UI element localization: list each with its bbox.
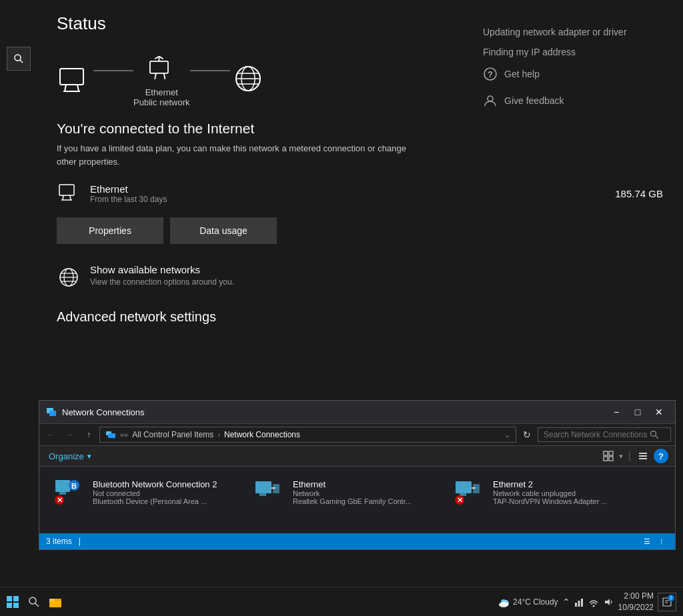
svg-line-1 [20, 60, 23, 63]
time-display: 2:00 PM [618, 591, 654, 602]
svg-rect-40 [639, 455, 647, 457]
svg-line-13 [155, 57, 159, 59]
svg-rect-50 [273, 484, 279, 493]
file-status-ethernet: Network [293, 489, 444, 497]
close-button[interactable]: ✕ [650, 405, 668, 419]
properties-button[interactable]: Properties [57, 217, 163, 244]
svg-line-34 [656, 436, 658, 439]
taskbar-right: 24°C Cloudy ⌃ 2:00 PM 10/9/2022 [498, 591, 680, 613]
file-details-ethernet2: Ethernet 2 Network cable unplugged TAP-N… [493, 479, 644, 505]
volume-tray-icon[interactable] [602, 596, 614, 608]
file-icon-wrap-ethernet2: ✕ [454, 479, 486, 505]
show-networks-option[interactable]: Show available networks View the connect… [57, 264, 663, 289]
weather-icon [498, 596, 510, 608]
file-name-ethernet: Ethernet [293, 479, 444, 489]
svg-point-62 [29, 597, 36, 604]
svg-line-22 [70, 195, 71, 200]
file-icon-wrap: B ✕ [54, 479, 86, 505]
search-input[interactable] [544, 430, 647, 439]
sidebar-search-button[interactable] [7, 47, 31, 71]
weather-widget[interactable]: 24°C Cloudy [498, 596, 558, 608]
network-icon-ethernet [254, 479, 281, 500]
svg-rect-20 [59, 185, 74, 195]
svg-rect-37 [604, 457, 608, 461]
file-device-ethernet2: TAP-NordVPN Windows Adapter ... [493, 497, 644, 505]
status-view-buttons: ☰ ⁝ [640, 535, 668, 547]
sidebar [0, 0, 37, 587]
help-button[interactable]: ? [654, 449, 668, 463]
organize-button[interactable]: Organize ▼ [46, 450, 95, 463]
datetime-display[interactable]: 2:00 PM 10/9/2022 [618, 591, 654, 613]
minimize-button[interactable]: − [607, 405, 626, 419]
refresh-button[interactable]: ↻ [519, 427, 535, 442]
svg-marker-74 [605, 599, 610, 605]
svg-rect-71 [578, 601, 580, 607]
svg-line-7 [77, 85, 79, 91]
line2 [190, 70, 230, 71]
forward-button[interactable]: → [62, 427, 78, 442]
view-separator: | [628, 450, 631, 462]
ethernet-name-text: Ethernet [90, 183, 606, 195]
svg-rect-54 [473, 484, 480, 493]
show-networks-desc: View the connection options around you. [90, 277, 234, 287]
notification-button[interactable]: 2 [658, 593, 676, 611]
list-item[interactable]: ✕ Ethernet 2 Network cable unplugged TAP… [449, 475, 649, 509]
path-chevron[interactable]: ⌄ [504, 431, 510, 439]
date-display: 10/9/2022 [618, 602, 654, 613]
ethernet-row-icon [57, 181, 81, 205]
items-count: 3 items [46, 537, 72, 546]
window-controls: − □ ✕ [607, 405, 668, 419]
file-details-ethernet: Ethernet Network Realtek Gaming GbE Fami… [293, 479, 444, 505]
path-arrow1: › [217, 431, 220, 439]
organize-chevron: ▼ [86, 453, 93, 460]
path-item1: All Control Panel Items [132, 430, 213, 439]
file-explorer-button[interactable] [45, 592, 65, 612]
search-box[interactable] [538, 427, 671, 442]
line1 [93, 70, 133, 71]
path-icon [105, 429, 116, 440]
data-usage-button[interactable]: Data usage [170, 217, 277, 244]
svg-point-73 [592, 605, 594, 607]
path-separator1: «« [120, 431, 128, 439]
search-icon [650, 430, 659, 439]
show-networks-title: Show available networks [90, 264, 234, 275]
tray-chevron[interactable]: ⌃ [562, 597, 570, 607]
file-details-bluetooth: Bluetooth Network Connection 2 Not conne… [93, 479, 243, 505]
view-options-button[interactable] [600, 449, 616, 463]
window-titlebar: Network Connections − □ ✕ [39, 401, 675, 424]
notification-badge: 2 [668, 595, 674, 601]
start-button[interactable] [3, 592, 23, 612]
list-item[interactable]: B ✕ Bluetooth Network Connection 2 Not c… [49, 475, 249, 509]
svg-rect-41 [639, 458, 647, 459]
file-status-ethernet2: Network cable unplugged [493, 489, 644, 497]
maximize-button[interactable]: □ [628, 405, 647, 419]
up-button[interactable]: ↑ [81, 427, 97, 442]
svg-rect-38 [609, 457, 613, 461]
list-view-button[interactable]: ☰ [640, 535, 654, 547]
svg-point-33 [651, 431, 656, 437]
details-view-button[interactable] [635, 449, 651, 463]
action-buttons: Properties Data usage [57, 217, 663, 244]
search-taskbar-button[interactable] [24, 592, 44, 612]
wifi-tray-icon[interactable] [588, 596, 600, 608]
show-networks-text: Show available networks View the connect… [90, 264, 234, 287]
page-title: Status [57, 13, 663, 34]
view-buttons: ▼ | [600, 449, 651, 463]
address-bar: ← → ↑ «« All Control Panel Items › Netwo… [39, 424, 675, 446]
error-icon-ethernet2: ✕ [454, 495, 465, 505]
back-button[interactable]: ← [43, 427, 59, 442]
router-icon: Ethernet Public network [133, 54, 190, 107]
file-name-ethernet2: Ethernet 2 [493, 479, 644, 489]
list-item[interactable]: Ethernet Network Realtek Gaming GbE Fami… [249, 475, 449, 509]
address-path[interactable]: «« All Control Panel Items › Network Con… [99, 427, 516, 443]
svg-rect-66 [49, 599, 55, 601]
svg-point-0 [15, 55, 21, 61]
file-list: B ✕ Bluetooth Network Connection 2 Not c… [39, 467, 675, 533]
show-networks-icon [57, 265, 81, 289]
network-tray-icon[interactable] [573, 596, 585, 608]
window-toolbar: Organize ▼ ▼ | ? [39, 446, 675, 467]
svg-rect-48 [255, 481, 271, 493]
advanced-title: Advanced network settings [57, 309, 663, 325]
search-taskbar-icon [28, 596, 40, 608]
grid-view-button[interactable]: ⁝ [655, 535, 668, 547]
